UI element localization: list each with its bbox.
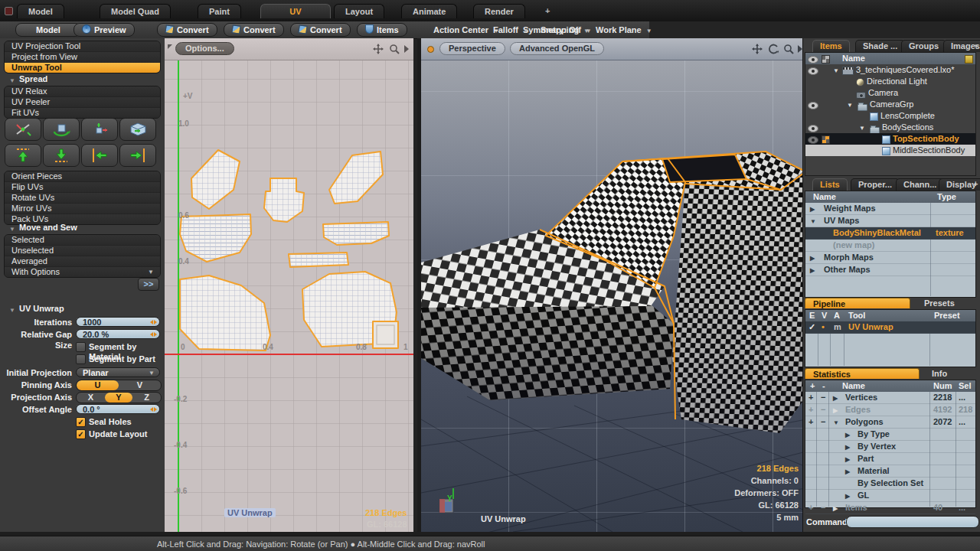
type-column-header[interactable]: Type	[937, 191, 956, 203]
tab-properties[interactable]: Proper...	[851, 178, 900, 191]
tree-row-bodysections[interactable]: ▼ BodySections	[805, 122, 975, 133]
stats-row-by-vertex[interactable]: ▶ By Vertex	[805, 441, 975, 453]
tab-model[interactable]: Model	[17, 4, 64, 18]
list-row-uv-maps[interactable]: ▼ UV Maps	[805, 215, 975, 227]
chevron-down-icon[interactable]: ▼	[973, 43, 979, 50]
orbit-view-icon[interactable]	[768, 44, 779, 54]
zoom-view-icon[interactable]	[783, 44, 794, 54]
stats-label[interactable]: Material	[858, 465, 890, 477]
update-layout-checkbox[interactable]: ✓	[76, 429, 86, 439]
expander-icon[interactable]: ▶	[833, 393, 838, 404]
stats-label[interactable]: By Selection Set	[858, 478, 923, 489]
tree-item-label[interactable]: Camera	[868, 87, 898, 99]
offset-angle-field[interactable]: 0.0 °	[76, 404, 160, 414]
gap-size-field[interactable]: 20.0 %	[76, 329, 160, 339]
expander-icon[interactable]: ▶	[845, 491, 850, 502]
spinner-icon[interactable]	[150, 320, 157, 325]
zoom-view-icon[interactable]	[389, 44, 400, 54]
tab-add-button[interactable]: +	[545, 6, 550, 15]
uv-move-button[interactable]	[81, 118, 118, 141]
uv-rotate-button[interactable]	[43, 118, 80, 141]
pipeline-tool-label[interactable]: UV Unwrap	[848, 321, 893, 333]
list-item-label[interactable]: (new map)	[833, 240, 874, 251]
work-plane-menu[interactable]: Work Plane▼	[596, 24, 652, 36]
list-item-label[interactable]: Morph Maps	[824, 252, 874, 263]
tab-paint[interactable]: Paint	[198, 4, 241, 18]
tree-item-label[interactable]: 3_techniquesCovered.lxo*	[856, 64, 954, 76]
visible-dot[interactable]: •	[822, 321, 825, 333]
stats-label[interactable]: Edges	[845, 404, 871, 416]
uv-grid-canvas[interactable]	[165, 60, 413, 532]
uv-fit-button[interactable]	[119, 118, 156, 141]
expander-icon[interactable]: ▶	[833, 405, 838, 416]
stats-label[interactable]: Vertices	[845, 392, 877, 403]
shading-mode-button[interactable]: Advanced OpenGL	[510, 42, 604, 55]
tab-add-button[interactable]: +	[973, 179, 978, 188]
expander-icon[interactable]: ▶	[845, 466, 850, 478]
stats-row-polygons[interactable]: +− ▼ Polygons 2072 ...	[805, 416, 975, 429]
tab-layout[interactable]: Layout	[334, 4, 384, 18]
list-row-bodyshinyblackmetal[interactable]: BodyShinyBlackMetal texture	[805, 227, 975, 240]
stats-row-vertices[interactable]: +− ▶ Vertices 2218 ...	[805, 392, 975, 404]
falloff-menu[interactable]: Falloff▼	[493, 24, 529, 36]
expander-icon[interactable]: ▶	[833, 503, 838, 514]
segment-by-part-checkbox[interactable]	[76, 354, 86, 364]
expander-icon[interactable]: ▶	[810, 253, 815, 264]
align-left-button[interactable]	[81, 144, 118, 167]
stats-label[interactable]: Polygons	[845, 416, 884, 428]
tab-info[interactable]: Info	[932, 368, 947, 379]
seal-holes-checkbox[interactable]: ✓	[76, 417, 86, 427]
initial-projection-dropdown[interactable]: Planar▼	[76, 367, 160, 377]
expand-plus[interactable]: +	[808, 392, 813, 403]
pipeline-row-uv-unwrap[interactable]: ✓ • m UV Unwrap	[805, 321, 975, 334]
stats-label[interactable]: By Vertex	[858, 441, 896, 452]
viewport-corner-handle[interactable]	[168, 44, 172, 49]
tree-item-label[interactable]: MiddleSectionBody	[893, 145, 965, 156]
list-row-other-maps[interactable]: ▶ Other Maps	[805, 264, 975, 276]
tree-row-camera[interactable]: Camera	[805, 87, 975, 99]
expander-icon[interactable]: ▶	[845, 429, 850, 441]
expander-icon[interactable]: ▼	[859, 122, 865, 134]
stats-row-by-selection-set[interactable]: By Selection Set	[805, 478, 975, 490]
expander-icon[interactable]: ▶	[845, 442, 850, 453]
tab-uv[interactable]: UV	[260, 4, 331, 18]
list-row-morph-maps[interactable]: ▶ Morph Maps	[805, 252, 975, 264]
uv-editor-viewport[interactable]: Options... +V 1.0 0.6 0.4 0 -0.2 -0.4 -0…	[165, 38, 413, 532]
tool-project-from-view[interactable]: Project from View	[5, 52, 160, 63]
collapse-minus[interactable]: −	[821, 404, 825, 416]
tab-lists[interactable]: Lists	[812, 178, 848, 191]
collapse-minus[interactable]: −	[821, 502, 825, 514]
tree-row-scene[interactable]: ▼ 3_techniquesCovered.lxo*	[805, 64, 975, 76]
tool-fit-uvs[interactable]: Fit UVs	[5, 108, 160, 118]
expander-icon[interactable]: ▼	[833, 417, 839, 429]
tab-groups[interactable]: Groups	[901, 40, 946, 52]
tool-sew-averaged[interactable]: Averaged	[5, 256, 160, 267]
tab-pipeline[interactable]: Pipeline	[805, 298, 910, 308]
tool-rotate-uvs[interactable]: Rotate UVs	[5, 193, 160, 204]
list-item-label[interactable]: Weight Maps	[824, 203, 876, 214]
tab-shader-tree[interactable]: Shade ...	[855, 40, 905, 52]
name-column-header[interactable]: Name	[842, 53, 865, 64]
uv-transform-button[interactable]	[5, 118, 41, 141]
tree-row-topsectionbody[interactable]: TopSectionBody	[805, 133, 975, 145]
tab-items[interactable]: Items	[812, 40, 850, 52]
tab-animate[interactable]: Animate	[401, 4, 457, 18]
tree-item-label[interactable]: Directional Light	[867, 76, 927, 87]
viewport-menu-arrow-icon[interactable]	[404, 45, 409, 53]
stats-row-material[interactable]: ▶ Material	[805, 465, 975, 478]
tool-sew-with-options[interactable]: With Options▼	[5, 267, 160, 277]
tool-mirror-uvs[interactable]: Mirror UVs	[5, 204, 160, 214]
tool-unwrap[interactable]: Unwrap Tool	[5, 63, 160, 73]
axis-x-button[interactable]: X	[77, 393, 105, 403]
iterations-field[interactable]: 1000	[76, 317, 160, 327]
expander-icon[interactable]: ▶	[845, 454, 850, 465]
expand-plus[interactable]: +	[808, 502, 813, 514]
expander-icon[interactable]: ▶	[810, 204, 815, 215]
spinner-icon[interactable]	[150, 332, 157, 337]
stats-label[interactable]: Part	[858, 453, 874, 465]
list-item-label[interactable]: BodyShinyBlackMetal	[833, 227, 921, 239]
list-row-new-map[interactable]: (new map)	[805, 240, 975, 252]
camera-mode-button[interactable]: Perspective	[439, 42, 505, 55]
more-options-button[interactable]: >>	[138, 278, 159, 291]
stats-row-part[interactable]: ▶ Part	[805, 453, 975, 465]
